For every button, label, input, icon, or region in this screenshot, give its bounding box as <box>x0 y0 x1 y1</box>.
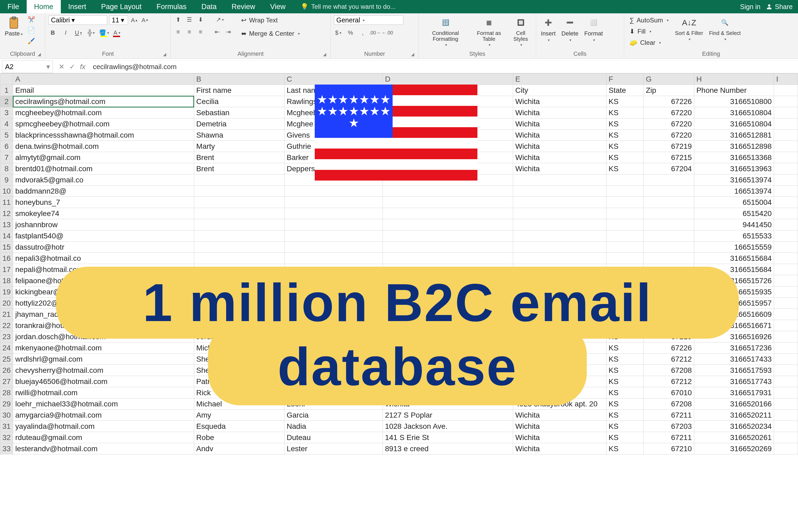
cell[interactable] <box>383 230 513 242</box>
row-head[interactable]: 11 <box>0 197 13 208</box>
cell[interactable]: KS <box>606 387 644 398</box>
cell[interactable]: 4925 shadybrook apt. 20 <box>513 398 606 410</box>
cell[interactable]: mdvorak5@gmail.co <box>13 174 194 186</box>
cell[interactable] <box>606 230 644 242</box>
row-head[interactable]: 27 <box>0 376 13 387</box>
cell[interactable]: 3166516609 <box>694 309 774 320</box>
cell[interactable]: spmcgheebey@hotmail.com <box>13 118 194 130</box>
cell[interactable] <box>284 275 383 286</box>
cell[interactable] <box>513 275 606 286</box>
cell[interactable]: 67212 <box>644 354 694 365</box>
cell[interactable] <box>644 219 694 230</box>
launcher-icon[interactable]: ◢ <box>411 52 414 57</box>
cell[interactable]: mcgheebey@hotmail.com <box>13 107 194 118</box>
tab-formulas[interactable]: Formulas <box>149 0 194 13</box>
cell[interactable] <box>774 398 798 410</box>
cell[interactable] <box>774 141 798 152</box>
fill-button[interactable]: ⬇Fill <box>627 27 671 36</box>
col-head-g[interactable]: G <box>644 74 694 85</box>
cell[interactable]: 67219 <box>644 331 694 342</box>
cell[interactable]: kickingbear@hotmail.com <box>13 286 194 298</box>
cell[interactable]: 67208 <box>644 275 694 286</box>
cell[interactable] <box>774 320 798 331</box>
cell[interactable]: Michael <box>194 342 284 354</box>
cell[interactable]: 67220 <box>644 130 694 141</box>
cell[interactable] <box>606 174 644 186</box>
table-row[interactable]: 31yayalinda@hotmail.comEsquedaNadia1028 … <box>0 421 798 432</box>
cell[interactable]: felipaone@hotmail.com <box>13 275 194 286</box>
cell[interactable] <box>774 219 798 230</box>
table-row[interactable]: 29loehr_michael33@hotmail.comMichaelLoeh… <box>0 398 798 410</box>
cell[interactable]: 3166513368 <box>694 152 774 163</box>
cell[interactable]: Wichita <box>513 163 606 174</box>
cell[interactable]: Wichita <box>513 118 606 130</box>
align-bottom-icon[interactable]: ⬇ <box>196 16 205 24</box>
cell[interactable]: dassutro@hotr <box>13 242 194 253</box>
cell[interactable]: jordan.dosch@hotmail.com <box>13 331 194 342</box>
row-head[interactable]: 1 <box>0 85 13 96</box>
cell[interactable] <box>644 174 694 186</box>
cell[interactable]: brentd01@hotmail.com <box>13 163 194 174</box>
row-head[interactable]: 16 <box>0 253 13 264</box>
tab-data[interactable]: Data <box>194 0 224 13</box>
cell[interactable]: nepali@hotmail.com <box>13 264 194 275</box>
cell[interactable] <box>284 331 383 342</box>
cell[interactable]: Wichita <box>513 421 606 432</box>
font-name-select[interactable]: Calibri▾ <box>49 16 107 25</box>
cell[interactable]: wrdlshrl@gmail.com <box>13 354 194 365</box>
cell[interactable] <box>284 230 383 242</box>
cell[interactable] <box>774 107 798 118</box>
cell[interactable]: Phone Number <box>694 85 774 96</box>
row-head[interactable]: 32 <box>0 432 13 443</box>
cell[interactable]: amygarcia9@hotmail.com <box>13 410 194 421</box>
cell[interactable] <box>774 230 798 242</box>
cell[interactable] <box>644 242 694 253</box>
merge-center-button[interactable]: ⬌Merge & Center <box>239 29 302 38</box>
cell[interactable] <box>774 309 798 320</box>
formula-input[interactable]: cecilrawlings@hotmail.com <box>89 60 798 73</box>
table-row[interactable]: 22torankrai@hotmail.comToranKS6720831665… <box>0 320 798 331</box>
table-row[interactable]: 11honeybuns_76515004 <box>0 197 798 208</box>
cell[interactable] <box>774 365 798 376</box>
cell[interactable] <box>774 387 798 398</box>
tell-me-search[interactable]: 💡 Tell me what you want to do... <box>293 0 403 13</box>
cell[interactable]: Wichita <box>513 365 606 376</box>
cell[interactable]: 3166512881 <box>694 130 774 141</box>
cell[interactable]: baddmann28@ <box>13 186 194 197</box>
cell[interactable]: First name <box>194 85 284 96</box>
cell[interactable] <box>284 197 383 208</box>
cell[interactable]: Wichita <box>513 342 606 354</box>
row-head[interactable]: 18 <box>0 275 13 286</box>
cell[interactable]: KS <box>606 163 644 174</box>
table-row[interactable]: 14fastplant540@6515533 <box>0 230 798 242</box>
cell[interactable] <box>284 286 383 298</box>
cell[interactable]: fastplant540@ <box>13 230 194 242</box>
col-head-b[interactable]: B <box>194 74 284 85</box>
cell[interactable] <box>284 309 383 320</box>
cell[interactable]: KS <box>606 320 644 331</box>
cell[interactable] <box>774 443 798 454</box>
cell[interactable] <box>774 275 798 286</box>
cell[interactable]: 3166517236 <box>694 342 774 354</box>
cell[interactable] <box>774 174 798 186</box>
cell[interactable]: 141 S Erie St <box>383 432 513 443</box>
cell[interactable]: 67226 <box>644 96 694 107</box>
cell[interactable]: 67219 <box>644 141 694 152</box>
cell[interactable] <box>774 208 798 219</box>
cell[interactable] <box>513 309 606 320</box>
cell[interactable]: 166513974 <box>694 186 774 197</box>
decrease-font-icon[interactable]: A▼ <box>141 16 149 24</box>
cell[interactable] <box>513 174 606 186</box>
cell[interactable] <box>513 242 606 253</box>
cell[interactable]: Lester <box>284 443 383 454</box>
table-row[interactable]: 26chevysherry@hotmail.comSherryWilliams4… <box>0 365 798 376</box>
enter-icon[interactable]: ✓ <box>69 63 75 71</box>
cell[interactable]: Michael <box>194 398 284 410</box>
cell[interactable] <box>284 320 383 331</box>
border-button[interactable]: ╬ <box>87 28 95 37</box>
cell[interactable]: cecilrawlings@hotmail.com <box>13 96 194 107</box>
cell[interactable] <box>513 186 606 197</box>
font-color-button[interactable]: A <box>113 28 121 37</box>
cell[interactable]: 4508 e central ave <box>383 365 513 376</box>
cell[interactable] <box>513 253 606 264</box>
